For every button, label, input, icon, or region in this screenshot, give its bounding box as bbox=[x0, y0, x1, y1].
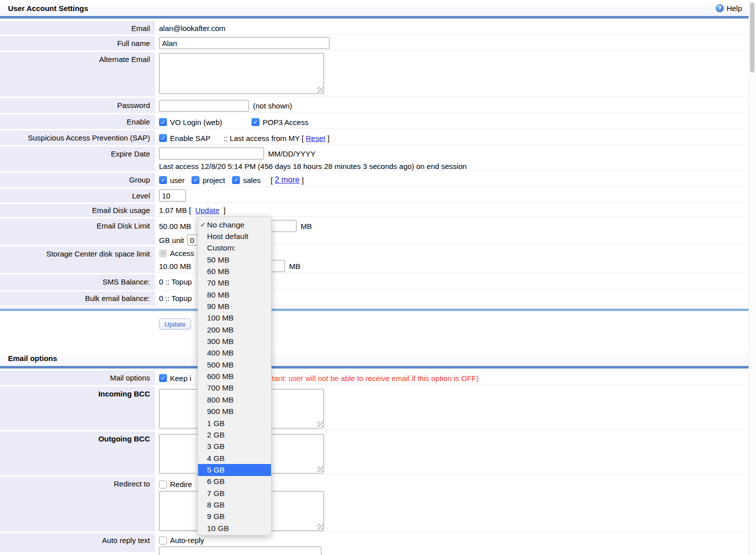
help-label: Help bbox=[726, 4, 742, 12]
scrollbar-track[interactable] bbox=[748, 0, 756, 555]
storage-unit: MB bbox=[289, 262, 300, 270]
level-label: Level bbox=[0, 188, 155, 202]
auto-reply-checkbox[interactable] bbox=[159, 536, 167, 544]
disk-limit-option[interactable]: 200 MB bbox=[198, 324, 271, 336]
scrollbar-thumb[interactable] bbox=[750, 2, 754, 72]
disk-limit-select-menu: ✓ No change Host default Custom: 50 MB 6… bbox=[198, 216, 272, 536]
disk-usage-value: 1.07 MB [ bbox=[159, 206, 191, 214]
disk-limit-option[interactable]: 4 GB bbox=[198, 452, 271, 464]
disk-limit-option[interactable]: 500 MB bbox=[198, 359, 271, 370]
disk-limit-option[interactable]: 8 GB bbox=[198, 499, 271, 510]
disk-limit-option[interactable]: 50 MB bbox=[198, 254, 271, 266]
disk-limit-option[interactable]: 80 MB bbox=[198, 289, 271, 300]
mail-options-label: Mail options bbox=[0, 370, 155, 384]
redirect-checkbox[interactable] bbox=[159, 480, 167, 488]
row-expire-date: Expire Date MM/DD/YYYY Last access 12/8/… bbox=[0, 146, 756, 171]
expire-date-input[interactable] bbox=[159, 148, 264, 160]
help-icon[interactable]: ? bbox=[716, 4, 724, 12]
disk-limit-option[interactable]: ✓ No change bbox=[198, 219, 271, 230]
row-mail-options: Mail options Keep i rtant: user will not… bbox=[0, 370, 756, 385]
disk-limit-option[interactable]: Host default bbox=[198, 230, 271, 242]
disk-limit-label: Email Disk Limit bbox=[0, 218, 155, 244]
group-user-checkbox[interactable] bbox=[159, 176, 167, 184]
email-options-title: Email options bbox=[8, 354, 57, 362]
group-more-open: [ bbox=[270, 176, 272, 184]
expire-date-label: Expire Date bbox=[0, 146, 155, 170]
row-sms-balance: SMS Balance: 0 :: Topup bbox=[0, 274, 756, 290]
email-options-header: Email options bbox=[0, 350, 756, 368]
disk-limit-option[interactable]: 6 GB bbox=[198, 476, 271, 488]
disk-limit-option-label: 800 MB bbox=[207, 396, 234, 404]
sms-balance-value: 0 :: Topup bbox=[159, 278, 192, 286]
disk-limit-option-label: 100 MB bbox=[207, 314, 234, 322]
update-button[interactable]: Update bbox=[159, 318, 191, 330]
disk-limit-option-label: 2 GB bbox=[207, 430, 224, 440]
keep-mail-checkbox[interactable] bbox=[159, 374, 167, 382]
group-label: Group bbox=[0, 172, 155, 186]
disk-limit-option-label: 6 GB bbox=[207, 477, 224, 486]
sap-checkbox[interactable] bbox=[159, 134, 167, 142]
disk-limit-option[interactable]: 400 MB bbox=[198, 348, 271, 359]
disk-limit-option[interactable]: 3 GB bbox=[198, 441, 271, 452]
pop3-checkbox[interactable] bbox=[252, 118, 260, 126]
disk-limit-option[interactable]: 7 GB bbox=[198, 488, 271, 499]
row-full-name: Full name bbox=[0, 36, 756, 50]
full-name-input[interactable] bbox=[159, 37, 330, 49]
vo-login-option: VO Login (web) bbox=[159, 118, 222, 126]
storage-access-checkbox[interactable] bbox=[159, 250, 167, 258]
disk-limit-option[interactable]: 5 GB bbox=[198, 464, 271, 476]
sap-checkbox-label: Enable SAP bbox=[170, 134, 210, 142]
incoming-bcc-label: Incoming BCC bbox=[0, 386, 155, 430]
disk-limit-option[interactable]: 900 MB bbox=[198, 406, 271, 418]
bulk-balance-value: 0 :: Topup bbox=[159, 294, 192, 302]
row-level: Level bbox=[0, 188, 756, 202]
sap-reset-link[interactable]: Reset bbox=[306, 134, 326, 142]
disk-limit-option-label: 300 MB bbox=[207, 337, 234, 346]
page-title: User Account Settings bbox=[8, 4, 88, 12]
row-disk-usage: Email Disk usage 1.07 MB [ Update ] bbox=[0, 204, 756, 217]
level-input[interactable] bbox=[159, 190, 186, 202]
group-sales-checkbox[interactable] bbox=[232, 176, 240, 184]
disk-limit-option[interactable]: 10 GB bbox=[198, 522, 271, 534]
disk-limit-option[interactable]: 700 MB bbox=[198, 382, 271, 394]
disk-limit-option[interactable]: 90 MB bbox=[198, 300, 271, 312]
disk-limit-option[interactable]: Custom: bbox=[198, 242, 271, 254]
group-option-sales: sales bbox=[232, 176, 260, 184]
row-email: Email alan@lookafter.com bbox=[0, 21, 756, 34]
alternate-email-label: Alternate Email bbox=[0, 52, 155, 96]
disk-limit-option[interactable]: 70 MB bbox=[198, 278, 271, 289]
group-project-label: project bbox=[202, 176, 225, 184]
disk-limit-option-label: 3 GB bbox=[207, 442, 224, 451]
disk-limit-option-label: 8 GB bbox=[207, 500, 224, 510]
group-more-link[interactable]: 2 more bbox=[274, 176, 300, 184]
disk-limit-option[interactable]: 9 GB bbox=[198, 511, 271, 522]
disk-limit-option-label: 80 MB bbox=[207, 290, 230, 300]
disk-limit-option[interactable]: 2 GB bbox=[198, 429, 271, 440]
disk-limit-option[interactable]: 600 MB bbox=[198, 370, 271, 382]
disk-limit-option-label: 7 GB bbox=[207, 489, 224, 498]
disk-limit-option[interactable]: 1 GB bbox=[198, 418, 271, 429]
outgoing-bcc-label: Outgoing BCC bbox=[0, 432, 155, 474]
disk-limit-option-label: 70 MB bbox=[207, 278, 230, 288]
page-header: User Account Settings ? Help bbox=[0, 0, 756, 18]
account-settings-form: Email alan@lookafter.com Full name Alter… bbox=[0, 21, 756, 306]
help-button[interactable]: ? Help bbox=[716, 4, 742, 12]
auto-reply-input[interactable] bbox=[159, 546, 322, 555]
enable-label: Enable bbox=[0, 114, 155, 128]
password-input[interactable] bbox=[159, 100, 249, 112]
disk-limit-option[interactable]: 100 MB bbox=[198, 312, 271, 324]
bulk-balance-label: Bulk email balance: bbox=[0, 292, 155, 305]
row-outgoing-bcc: Outgoing BCC bbox=[0, 432, 756, 475]
disk-limit-option[interactable]: 300 MB bbox=[198, 336, 271, 347]
disk-usage-label: Email Disk usage bbox=[0, 204, 155, 216]
vo-login-checkbox[interactable] bbox=[159, 118, 167, 126]
auto-reply-checkbox-label: Auto-reply bbox=[170, 536, 204, 544]
disk-usage-update-link[interactable]: Update bbox=[195, 206, 219, 214]
row-redirect: Redirect to Redire bbox=[0, 476, 756, 532]
disk-limit-option-label: Custom: bbox=[207, 244, 236, 252]
disk-limit-option[interactable]: 60 MB bbox=[198, 266, 271, 277]
alternate-email-textarea[interactable] bbox=[159, 53, 324, 94]
disk-limit-option[interactable]: 800 MB bbox=[198, 394, 271, 406]
disk-limit-option-label: 500 MB bbox=[207, 360, 234, 370]
group-project-checkbox[interactable] bbox=[192, 176, 200, 184]
